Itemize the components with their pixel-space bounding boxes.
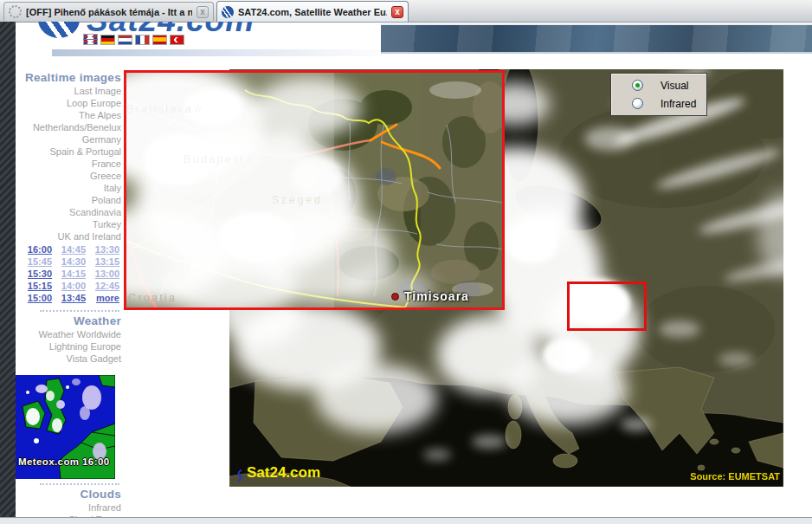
sidebar-link-lightning-europe[interactable]: Lightning Europe <box>16 340 121 353</box>
page: [OFF] Pihenő pákások témája - Itt a n...… <box>0 0 812 524</box>
tab-close-icon[interactable]: x <box>197 6 209 18</box>
mode-option-infrared[interactable]: Infrared <box>632 96 706 111</box>
sidebar-link-netherlands-benelux[interactable]: Netherlands/Benelux <box>16 121 121 133</box>
sidebar-link-poland[interactable]: Poland <box>16 194 121 206</box>
sidebar-realtime-section: Realtime images Last ImageLoop EuropeThe… <box>16 71 121 243</box>
time-link-15-45[interactable]: 15:45 <box>19 256 52 267</box>
header-sky-banner <box>381 23 812 54</box>
flag-france-icon[interactable] <box>136 36 149 44</box>
hungary-inset-map[interactable]: Bratislava☆ Budapest☆ Szeged Croatia Tim… <box>124 70 505 310</box>
flag-netherlands-icon[interactable] <box>119 36 132 44</box>
clouds-title: Clouds <box>16 488 121 501</box>
source-credit: Source: EUMETSAT <box>690 471 780 482</box>
sidebar-divider <box>40 483 119 485</box>
sat24-watermark: Sat24.com <box>236 464 320 482</box>
time-link-14-30[interactable]: 14:30 <box>55 256 86 267</box>
time-link-13-30[interactable]: 13:30 <box>88 244 119 255</box>
flag-uk-and-ireland-icon[interactable] <box>84 35 97 45</box>
flag-turkey-icon[interactable] <box>171 36 184 44</box>
city-label-bratislava: Bratislava☆ <box>126 102 203 115</box>
header-divider <box>52 49 383 56</box>
radio-visual[interactable] <box>632 80 643 91</box>
sidebar-link-scandinavia[interactable]: Scandinavia <box>16 206 121 218</box>
city-star-icon: ☆ <box>193 102 203 115</box>
flag-spain-icon[interactable] <box>153 36 166 44</box>
mode-label: Infrared <box>661 98 696 110</box>
sidebar-link-france[interactable]: France <box>16 158 121 170</box>
sidebar-link-last-image[interactable]: Last Image <box>16 85 121 97</box>
time-link-14-15[interactable]: 14:15 <box>55 268 86 279</box>
meteox-caption: Meteox.com 16:00 <box>18 456 109 467</box>
time-link-14-00[interactable]: 14:00 <box>55 281 86 291</box>
watermark-glyph-icon <box>236 469 243 482</box>
meteox-radar-thumbnail[interactable]: Meteox.com 16:00 <box>16 375 115 479</box>
radio-infrared[interactable] <box>632 98 643 109</box>
flag-row <box>84 35 184 45</box>
mode-panel: VisualInfrared <box>610 73 707 116</box>
weather-links: Weather WorldwideLightning EuropeVista G… <box>16 328 121 365</box>
sat24-logo-icon[interactable] <box>38 22 85 40</box>
time-link-13-00[interactable]: 13:00 <box>88 268 119 279</box>
sidebar-link-germany[interactable]: Germany <box>16 133 121 146</box>
tab-forum[interactable]: [OFF] Pihenő pákások témája - Itt a n...… <box>3 2 214 21</box>
sat24-favicon-icon <box>222 6 234 18</box>
flag-germany-icon[interactable] <box>101 36 114 44</box>
sidebar-link-spain-portugal[interactable]: Spain & Portugal <box>16 146 121 158</box>
sidebar-link-uk-and-ireland[interactable]: UK and Ireland <box>16 230 121 243</box>
city-label-budapest: Budapest☆ <box>184 152 255 165</box>
tab-title: SAT24.com, Satellite Weather Eu... <box>238 7 387 17</box>
time-link-15-15[interactable]: 15:15 <box>19 281 52 291</box>
time-link-14-45[interactable]: 14:45 <box>55 244 86 255</box>
time-link-15-30[interactable]: 15:30 <box>19 268 52 279</box>
sidebar-divider <box>40 310 119 312</box>
sidebar-link-the-alpes[interactable]: The Alpes <box>16 109 121 121</box>
city-marker-dot <box>391 293 399 301</box>
sidebar-link-infrared[interactable]: Infrared <box>16 501 121 514</box>
sidebar-link-turkey[interactable]: Turkey <box>16 218 121 230</box>
window-bottom-edge <box>0 517 812 524</box>
tab-close-icon[interactable]: x <box>391 6 403 18</box>
time-link-13-15[interactable]: 13:15 <box>88 256 119 267</box>
time-link-15-00[interactable]: 15:00 <box>19 293 52 303</box>
time-links-grid: 16:0014:4513:3015:4514:3013:1515:3014:15… <box>16 244 119 303</box>
time-link-more[interactable]: more <box>88 293 119 303</box>
mode-option-visual[interactable]: Visual <box>632 78 706 93</box>
page-background-stripe <box>0 22 16 524</box>
browser-tab-bar: [OFF] Pihenő pákások témája - Itt a n...… <box>0 0 812 23</box>
sidebar-link-italy[interactable]: Italy <box>16 182 121 194</box>
city-star-icon: ☆ <box>245 152 255 165</box>
city-label-szeged: Szeged <box>272 194 323 206</box>
time-link-13-45[interactable]: 13:45 <box>55 293 86 303</box>
sidebar-link-vista-gadget[interactable]: Vista Gadget <box>16 353 121 365</box>
time-link-16-00[interactable]: 16:00 <box>19 244 52 255</box>
sidebar-link-weather-worldwide[interactable]: Weather Worldwide <box>16 328 121 340</box>
country-label-croatia: Croatia <box>128 291 177 304</box>
sidebar-link-greece[interactable]: Greece <box>16 170 121 182</box>
sidebar-weather-section: Weather Weather WorldwideLightning Europ… <box>16 314 121 365</box>
city-label-timisoara: Timisoara <box>391 289 469 303</box>
realtime-images-title: Realtime images <box>16 71 121 85</box>
realtime-links: Last ImageLoop EuropeThe AlpesNetherland… <box>16 85 121 243</box>
map-highlight-rectangle <box>567 281 647 331</box>
tab-sat24[interactable]: SAT24.com, Satellite Weather Eu... x <box>216 1 409 22</box>
tab-title: [OFF] Pihenő pákások témája - Itt a n... <box>26 7 192 17</box>
sidebar-link-loop-europe[interactable]: Loop Europe <box>16 97 121 109</box>
loading-spinner-icon <box>9 5 22 18</box>
weather-title: Weather <box>16 314 121 328</box>
time-link-12-45[interactable]: 12:45 <box>88 281 119 291</box>
mode-label: Visual <box>661 80 688 92</box>
